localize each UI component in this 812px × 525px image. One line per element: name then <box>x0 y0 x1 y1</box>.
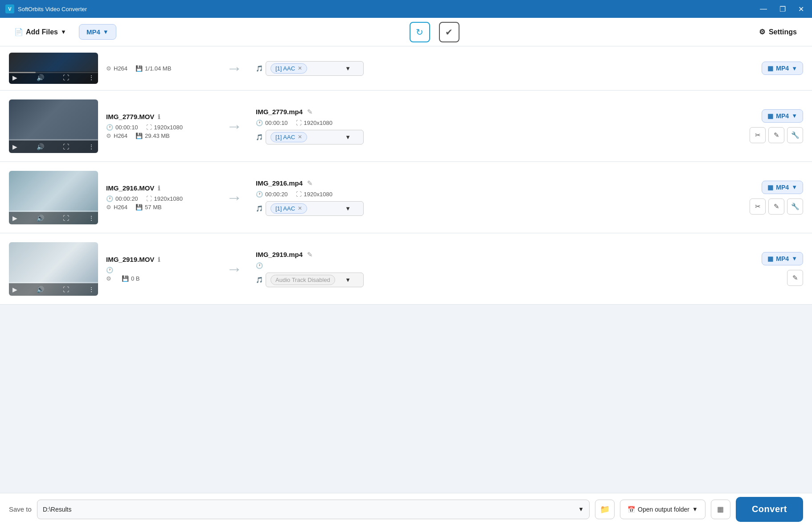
format-chevron-3: ▼ <box>791 184 797 190</box>
fullscreen-icon-3[interactable]: ⛶ <box>63 215 69 222</box>
edit-button-2[interactable]: ✎ <box>768 127 784 143</box>
info-icon-3[interactable]: ℹ <box>158 185 160 192</box>
crop-button-3[interactable]: ✂ <box>750 198 766 215</box>
size-icon-2: 💾 <box>135 132 143 139</box>
volume-icon-4[interactable]: 🔊 <box>37 286 44 293</box>
arrow-col-2: → <box>221 117 248 136</box>
resolution-2: 1920x1080 <box>154 124 183 131</box>
audio-tag-close-3[interactable]: ✕ <box>298 205 302 211</box>
info-icon-2[interactable]: ℹ <box>158 113 160 120</box>
play-icon-3[interactable]: ▶ <box>12 215 17 222</box>
more-icon-1[interactable]: ⋮ <box>88 74 94 81</box>
audio-tag-3[interactable]: [1] AAC ✕ <box>271 203 307 214</box>
audio-dropdown-4[interactable]: Audio Track Disabled ▼ <box>266 273 364 287</box>
thumbnail-2[interactable]: ▶ 🔊 ⛶ ⋮ <box>9 99 98 153</box>
action-buttons-2: ✂ ✎ 🔧 <box>750 127 803 143</box>
play-icon-1[interactable]: ▶ <box>12 74 17 81</box>
audio-tag-label-2: [1] AAC <box>275 134 295 141</box>
more-icon-4[interactable]: ⋮ <box>88 286 94 293</box>
grid-view-button[interactable]: ▦ <box>711 500 730 519</box>
format-actions-2: ▦ MP4 ▼ ✂ ✎ 🔧 <box>741 109 803 143</box>
size-icon-1: 💾 <box>135 65 143 72</box>
file-info-2: IMG_2779.MOV ℹ 🕐 00:00:10 ⛶ 1920x1080 <box>106 113 213 139</box>
edit-button-3[interactable]: ✎ <box>768 198 784 215</box>
edit-only-button-4[interactable]: ✎ <box>787 270 803 286</box>
arrow-col-4: → <box>221 260 248 278</box>
settings-button[interactable]: ⚙ Settings <box>753 24 803 40</box>
format-chevron: ▼ <box>103 29 109 35</box>
title-bar: V SoftOrbits Video Converter — ❐ ✕ <box>0 0 812 18</box>
codec-3: H264 <box>114 204 127 211</box>
grid-icon: ▦ <box>717 505 724 513</box>
audio-tag-1[interactable]: [1] AAC ✕ <box>271 63 307 74</box>
format-label: MP4 <box>86 28 100 36</box>
edit-icon-4[interactable]: ✎ <box>307 251 313 259</box>
settings-button-2[interactable]: 🔧 <box>787 127 803 143</box>
codec-icon-2: ⚙ <box>106 132 111 139</box>
size-4: 0 B <box>131 275 140 282</box>
audio-note-icon-2: 🎵 <box>256 134 263 141</box>
audio-tag-close-1[interactable]: ✕ <box>298 65 302 71</box>
format-select-1[interactable]: ▦ MP4 ▼ <box>762 62 803 75</box>
play-icon-4[interactable]: ▶ <box>12 286 17 293</box>
audio-tag-2[interactable]: [1] AAC ✕ <box>271 132 307 142</box>
calendar-icon: 📅 <box>627 506 635 513</box>
file-name-3: IMG_2916.MOV <box>106 184 154 192</box>
refresh-button[interactable]: ↻ <box>410 22 430 42</box>
play-icon-2[interactable]: ▶ <box>12 143 17 150</box>
right-bottom: 📅 Open output folder ▼ ▦ Convert <box>620 497 803 522</box>
format-label-2: MP4 <box>776 112 789 120</box>
arrow-col-1: → <box>221 59 248 78</box>
info-icon-4[interactable]: ℹ <box>158 256 160 263</box>
audio-dropdown-1[interactable]: [1] AAC ✕ ▼ <box>266 61 364 76</box>
out-resolution-2: 1920x1080 <box>304 120 332 126</box>
open-output-label: Open output folder <box>638 506 689 513</box>
format-chevron-4: ▼ <box>791 255 797 262</box>
format-actions-1: ▦ MP4 ▼ <box>741 62 803 75</box>
format-label-3: MP4 <box>776 184 789 191</box>
volume-icon-1[interactable]: 🔊 <box>37 74 44 81</box>
audio-tag-label-1: [1] AAC <box>275 65 295 72</box>
more-icon-3[interactable]: ⋮ <box>88 215 94 222</box>
format-select-2[interactable]: ▦ MP4 ▼ <box>762 109 803 123</box>
edit-icon-2[interactable]: ✎ <box>307 108 313 116</box>
arrow-icon-1: → <box>226 59 242 78</box>
edit-icon-3[interactable]: ✎ <box>307 179 313 187</box>
content-area: ▶ 🔊 ⛶ ⋮ ⚙ H264 💾 1/1.04 MB <box>0 46 812 493</box>
save-to-path[interactable]: D:\Results ▼ <box>37 500 590 519</box>
settings-button-3[interactable]: 🔧 <box>787 198 803 215</box>
format-grid-icon-1: ▦ <box>767 65 773 72</box>
open-output-folder-button[interactable]: 📅 Open output folder ▼ <box>620 500 705 519</box>
audio-tag-close-2[interactable]: ✕ <box>298 134 302 140</box>
format-select-3[interactable]: ▦ MP4 ▼ <box>762 181 803 194</box>
settings-label: Settings <box>769 28 797 36</box>
format-button[interactable]: MP4 ▼ <box>79 24 116 40</box>
thumbnail-1[interactable]: ▶ 🔊 ⛶ ⋮ <box>9 53 98 84</box>
check-button[interactable]: ✔ <box>439 22 459 42</box>
volume-icon-2[interactable]: 🔊 <box>37 143 44 150</box>
fullscreen-icon-4[interactable]: ⛶ <box>63 286 69 293</box>
audio-dropdown-3[interactable]: [1] AAC ✕ ▼ <box>266 201 364 216</box>
file-info-1: ⚙ H264 💾 1/1.04 MB <box>106 65 213 72</box>
more-icon-2[interactable]: ⋮ <box>88 143 94 150</box>
maximize-button[interactable]: ❐ <box>777 4 788 14</box>
fullscreen-icon-2[interactable]: ⛶ <box>63 143 69 150</box>
crop-button-2[interactable]: ✂ <box>750 127 766 143</box>
settings-icon: ⚙ <box>759 28 765 36</box>
app-title: SoftOrbits Video Converter <box>18 6 87 12</box>
thumbnail-3[interactable]: ▶ 🔊 ⛶ ⋮ <box>9 171 98 224</box>
minimize-button[interactable]: — <box>757 4 770 14</box>
thumbnail-4[interactable]: ▶ 🔊 ⛶ ⋮ <box>9 242 98 296</box>
browse-folder-button[interactable]: 📁 <box>595 500 615 519</box>
close-button[interactable]: ✕ <box>796 4 807 14</box>
duration-3: 00:00:20 <box>115 195 138 202</box>
fullscreen-icon-1[interactable]: ⛶ <box>63 74 69 81</box>
add-files-button[interactable]: 📄 Add Files ▼ <box>9 24 72 40</box>
app-icon: V <box>5 4 14 13</box>
format-select-4[interactable]: ▦ MP4 ▼ <box>762 252 803 265</box>
convert-button[interactable]: Convert <box>736 497 803 522</box>
audio-dropdown-2[interactable]: [1] AAC ✕ ▼ <box>266 130 364 145</box>
audio-tag-label-3: [1] AAC <box>275 205 295 212</box>
volume-icon-3[interactable]: 🔊 <box>37 215 44 222</box>
file-name-2: IMG_2779.MOV <box>106 113 154 120</box>
